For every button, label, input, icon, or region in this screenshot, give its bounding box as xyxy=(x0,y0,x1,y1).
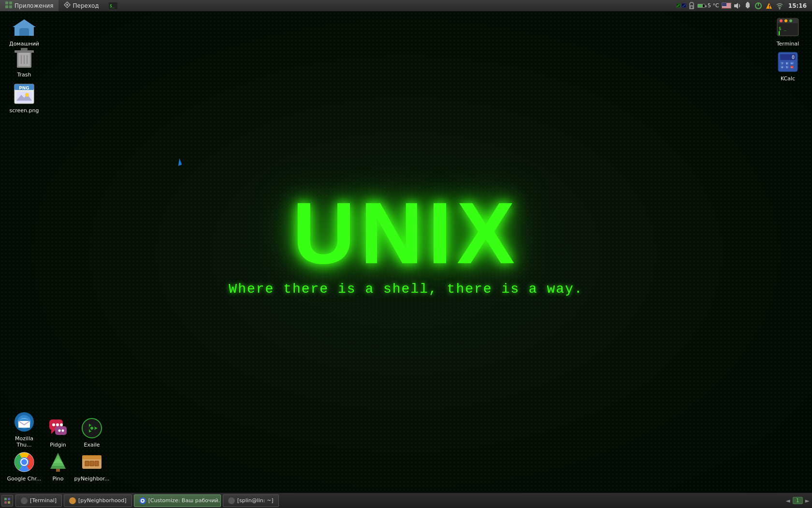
svg-rect-80 xyxy=(8,498,10,500)
terminal-desktop-image: $ _ ▌ xyxy=(776,15,799,39)
pyneighbor-icon[interactable]: pyNeighbor... xyxy=(72,448,111,484)
svg-text:5: 5 xyxy=(786,66,787,69)
svg-rect-0 xyxy=(5,1,8,4)
svg-point-85 xyxy=(142,500,144,502)
pyneighbor-taskbar-btn[interactable]: [pyNeighborhood] xyxy=(64,494,132,507)
svg-text:=: = xyxy=(791,66,793,69)
svg-marker-68 xyxy=(51,430,55,434)
chrome-image xyxy=(13,450,36,474)
svg-rect-20 xyxy=(14,50,34,53)
svg-rect-79 xyxy=(4,498,7,500)
kcalc-desktop-image: 0 7 8 ÷ 4 5 = xyxy=(776,50,799,74)
taskbar-start-button[interactable] xyxy=(1,495,13,507)
nav-icon xyxy=(63,1,71,10)
notification-icon[interactable] xyxy=(743,1,753,11)
svg-point-70 xyxy=(56,423,59,426)
nav-menu[interactable]: Переход xyxy=(58,0,104,11)
svg-text:7: 7 xyxy=(781,62,783,65)
screen-png-label: screen.png xyxy=(10,107,39,114)
clock-display: 15:16 xyxy=(785,2,810,9)
apps-label: Приложения xyxy=(14,2,54,9)
chrome-icon[interactable]: Google Chr... xyxy=(5,448,44,484)
terminal-desktop-icon[interactable]: $ _ ▌ Terminal xyxy=(768,14,807,49)
svg-point-71 xyxy=(60,423,63,426)
battery-icon[interactable] xyxy=(697,4,705,8)
svg-text:PNG: PNG xyxy=(19,86,29,90)
exaile-icon[interactable]: Exaile xyxy=(72,415,111,450)
svg-point-56 xyxy=(21,459,27,465)
thunderbird-label: Mozilla Thu... xyxy=(7,435,42,448)
pidgin-image xyxy=(46,417,70,440)
nav-label: Переход xyxy=(73,2,99,9)
terminal-menu-icon[interactable]: $_ xyxy=(104,0,122,11)
pyneighbor-task-dot xyxy=(69,497,76,504)
wifi-icon[interactable] xyxy=(775,1,784,11)
svg-point-33 xyxy=(784,19,787,22)
customize-task-dot xyxy=(139,497,146,504)
pino-icon[interactable]: Pino xyxy=(39,448,77,484)
splin-task-label: [splin@lin: ~] xyxy=(237,497,274,504)
svg-rect-2 xyxy=(5,5,8,8)
taskbar-arrow-right[interactable]: ► xyxy=(803,497,812,504)
wallpaper-content: UNIX Where there is a shell, there is a … xyxy=(229,190,583,297)
terminal-desktop-label: Terminal xyxy=(777,41,799,47)
svg-rect-81 xyxy=(4,501,7,504)
taskbar-arrow-left[interactable]: ◄ xyxy=(783,497,793,504)
screen-png-icon[interactable]: PNG screen.png xyxy=(5,80,44,116)
unix-subtitle: Where there is a shell, there is a way. xyxy=(229,282,583,297)
customize-taskbar-btn[interactable]: [Customize: Ваш рабочий... xyxy=(134,494,221,507)
svg-point-4 xyxy=(66,4,68,6)
thunderbird-image xyxy=(13,410,36,433)
splin-taskbar-btn[interactable]: [splin@lin: ~] xyxy=(223,494,279,507)
home-folder-image xyxy=(13,15,36,39)
svg-rect-72 xyxy=(55,426,67,435)
taskbar: [Terminal] [pyNeighborhood] [Customize: … xyxy=(0,493,812,508)
svg-rect-60 xyxy=(56,469,60,472)
svg-text:$ _: $ _ xyxy=(779,26,787,31)
pino-label: Pino xyxy=(52,476,63,482)
terminal-taskbar-btn[interactable]: [Terminal] xyxy=(15,494,62,507)
pidgin-label: Pidgin xyxy=(50,442,66,448)
volume-icon[interactable] xyxy=(732,1,742,11)
menu-bar: Приложения Переход $_ xyxy=(0,0,812,12)
svg-text:$_: $_ xyxy=(110,4,115,8)
language-flag[interactable] xyxy=(722,1,731,11)
svg-point-69 xyxy=(52,423,55,426)
customize-task-label: [Customize: Ваш рабочий... xyxy=(148,497,221,504)
network-monitor-icon[interactable] xyxy=(676,1,686,11)
pidgin-icon[interactable]: Pidgin xyxy=(39,415,77,450)
update-icon[interactable]: ! xyxy=(764,1,774,11)
pyneighbor-label: pyNeighbor... xyxy=(74,476,109,482)
kcalc-desktop-icon[interactable]: 0 7 8 ÷ 4 5 = KCalc xyxy=(768,48,807,84)
svg-point-10 xyxy=(691,6,693,8)
svg-text:0: 0 xyxy=(792,55,795,60)
svg-point-32 xyxy=(780,19,783,22)
svg-point-74 xyxy=(62,429,64,432)
trash-image xyxy=(13,46,36,70)
svg-point-17 xyxy=(779,8,780,9)
lock-icon[interactable] xyxy=(687,1,696,11)
svg-text:÷: ÷ xyxy=(791,62,793,65)
svg-rect-1 xyxy=(9,1,12,4)
svg-text:▌: ▌ xyxy=(778,31,781,35)
svg-rect-28 xyxy=(16,92,32,103)
chrome-label: Google Chr... xyxy=(7,476,42,482)
svg-text:!: ! xyxy=(768,4,770,9)
pyneighbor-task-label: [pyNeighborhood] xyxy=(78,497,127,504)
pyneighbor-image xyxy=(80,450,103,474)
system-tray: 5 °C xyxy=(676,1,812,11)
screen-png-image: PNG xyxy=(13,82,36,105)
svg-rect-82 xyxy=(8,501,10,504)
pino-image xyxy=(46,450,70,474)
apps-menu[interactable]: Приложения xyxy=(0,0,58,11)
exaile-image xyxy=(80,417,103,440)
splin-task-dot xyxy=(228,497,235,504)
thunderbird-icon[interactable]: Mozilla Thu... xyxy=(5,408,44,450)
unix-title: UNIX xyxy=(229,190,583,277)
nm-applet-icon[interactable] xyxy=(754,1,763,11)
trash-icon[interactable]: Trash xyxy=(5,45,44,80)
svg-point-34 xyxy=(789,19,792,22)
taskbar-workspace-indicator[interactable]: 1 xyxy=(793,497,803,504)
apps-icon xyxy=(5,1,13,10)
terminal-task-dot xyxy=(21,497,28,504)
